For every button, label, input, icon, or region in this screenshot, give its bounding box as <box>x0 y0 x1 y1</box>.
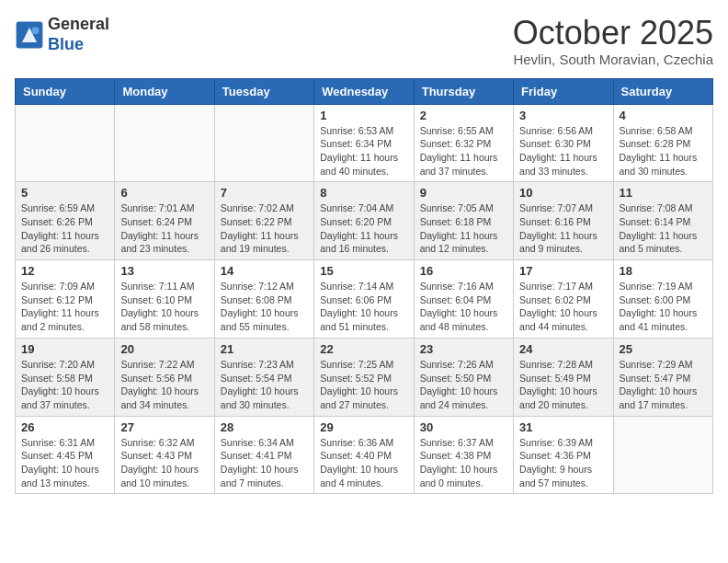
day-info: Sunrise: 6:36 AM Sunset: 4:40 PM Dayligh… <box>320 436 407 490</box>
location-subtitle: Hevlin, South Moravian, Czechia <box>513 52 713 67</box>
day-info: Sunrise: 6:34 AM Sunset: 4:41 PM Dayligh… <box>221 436 308 490</box>
calendar-cell: 21Sunrise: 7:23 AM Sunset: 5:54 PM Dayli… <box>214 338 313 416</box>
column-header-tuesday: Tuesday <box>214 78 313 104</box>
day-number: 17 <box>519 264 607 278</box>
day-info: Sunrise: 7:23 AM Sunset: 5:54 PM Dayligh… <box>221 358 308 412</box>
day-number: 5 <box>21 186 108 200</box>
day-info: Sunrise: 7:16 AM Sunset: 6:04 PM Dayligh… <box>420 280 507 334</box>
column-header-monday: Monday <box>115 78 214 104</box>
day-number: 11 <box>620 186 707 200</box>
day-info: Sunrise: 6:37 AM Sunset: 4:38 PM Dayligh… <box>420 436 507 490</box>
month-title: October 2025 <box>513 15 713 52</box>
day-info: Sunrise: 6:55 AM Sunset: 6:32 PM Dayligh… <box>420 124 507 178</box>
calendar-cell: 23Sunrise: 7:26 AM Sunset: 5:50 PM Dayli… <box>414 338 513 416</box>
day-info: Sunrise: 7:01 AM Sunset: 6:24 PM Dayligh… <box>120 201 208 256</box>
day-info: Sunrise: 7:05 AM Sunset: 6:18 PM Dayligh… <box>420 201 507 256</box>
day-info: Sunrise: 7:19 AM Sunset: 6:00 PM Dayligh… <box>620 280 707 334</box>
calendar-week-row: 5Sunrise: 6:59 AM Sunset: 6:26 PM Daylig… <box>16 182 713 260</box>
day-number: 10 <box>519 186 607 200</box>
calendar-cell: 2Sunrise: 6:55 AM Sunset: 6:32 PM Daylig… <box>414 104 513 182</box>
logo-text: General Blue <box>48 15 109 54</box>
calendar-cell: 5Sunrise: 6:59 AM Sunset: 6:26 PM Daylig… <box>16 182 115 260</box>
calendar-table: SundayMondayTuesdayWednesdayThursdayFrid… <box>15 78 713 495</box>
calendar-cell: 4Sunrise: 6:58 AM Sunset: 6:28 PM Daylig… <box>613 104 712 182</box>
day-info: Sunrise: 6:32 AM Sunset: 4:43 PM Dayligh… <box>120 436 208 490</box>
day-info: Sunrise: 7:22 AM Sunset: 5:56 PM Dayligh… <box>120 358 208 412</box>
day-info: Sunrise: 7:07 AM Sunset: 6:16 PM Dayligh… <box>519 201 607 256</box>
calendar-cell: 30Sunrise: 6:37 AM Sunset: 4:38 PM Dayli… <box>414 416 513 494</box>
day-info: Sunrise: 7:04 AM Sunset: 6:20 PM Dayligh… <box>320 201 407 256</box>
calendar-cell: 17Sunrise: 7:17 AM Sunset: 6:02 PM Dayli… <box>514 260 613 339</box>
day-number: 24 <box>519 342 607 356</box>
calendar-cell: 10Sunrise: 7:07 AM Sunset: 6:16 PM Dayli… <box>514 182 613 260</box>
day-number: 18 <box>620 264 707 278</box>
column-header-friday: Friday <box>514 78 613 104</box>
calendar-week-row: 1Sunrise: 6:53 AM Sunset: 6:34 PM Daylig… <box>16 104 713 182</box>
day-number: 9 <box>420 186 507 200</box>
day-number: 31 <box>519 420 607 434</box>
calendar-cell: 25Sunrise: 7:29 AM Sunset: 5:47 PM Dayli… <box>613 338 712 416</box>
day-info: Sunrise: 7:20 AM Sunset: 5:58 PM Dayligh… <box>21 358 108 412</box>
column-header-thursday: Thursday <box>414 78 513 104</box>
calendar-cell: 13Sunrise: 7:11 AM Sunset: 6:10 PM Dayli… <box>115 260 214 339</box>
day-number: 12 <box>21 264 108 278</box>
day-number: 27 <box>120 420 208 434</box>
day-number: 16 <box>420 264 507 278</box>
day-number: 3 <box>519 109 607 122</box>
day-number: 25 <box>620 342 707 356</box>
day-info: Sunrise: 6:39 AM Sunset: 4:36 PM Dayligh… <box>519 436 607 490</box>
day-number: 1 <box>320 109 407 122</box>
day-info: Sunrise: 7:29 AM Sunset: 5:47 PM Dayligh… <box>620 358 707 412</box>
day-number: 20 <box>120 342 208 356</box>
day-info: Sunrise: 7:17 AM Sunset: 6:02 PM Dayligh… <box>519 280 607 334</box>
column-header-sunday: Sunday <box>16 78 115 104</box>
calendar-cell: 11Sunrise: 7:08 AM Sunset: 6:14 PM Dayli… <box>613 182 712 260</box>
day-info: Sunrise: 6:53 AM Sunset: 6:34 PM Dayligh… <box>320 124 407 178</box>
day-info: Sunrise: 7:28 AM Sunset: 5:49 PM Dayligh… <box>519 358 607 412</box>
calendar-cell: 26Sunrise: 6:31 AM Sunset: 4:45 PM Dayli… <box>16 416 115 494</box>
calendar-cell: 27Sunrise: 6:32 AM Sunset: 4:43 PM Dayli… <box>115 416 214 494</box>
calendar-cell <box>613 416 712 494</box>
calendar-cell <box>115 104 214 182</box>
day-info: Sunrise: 7:11 AM Sunset: 6:10 PM Dayligh… <box>120 280 208 334</box>
day-number: 23 <box>420 342 507 356</box>
day-number: 7 <box>221 186 308 200</box>
day-number: 19 <box>21 342 108 356</box>
day-info: Sunrise: 7:08 AM Sunset: 6:14 PM Dayligh… <box>620 201 707 256</box>
day-info: Sunrise: 7:09 AM Sunset: 6:12 PM Dayligh… <box>21 280 108 334</box>
calendar-cell: 29Sunrise: 6:36 AM Sunset: 4:40 PM Dayli… <box>314 416 414 494</box>
day-number: 15 <box>320 264 407 278</box>
calendar-cell: 9Sunrise: 7:05 AM Sunset: 6:18 PM Daylig… <box>414 182 513 260</box>
calendar-cell: 15Sunrise: 7:14 AM Sunset: 6:06 PM Dayli… <box>314 260 414 339</box>
calendar-cell: 22Sunrise: 7:25 AM Sunset: 5:52 PM Dayli… <box>314 338 414 416</box>
calendar-header-row: SundayMondayTuesdayWednesdayThursdayFrid… <box>16 78 713 104</box>
calendar-cell: 8Sunrise: 7:04 AM Sunset: 6:20 PM Daylig… <box>314 182 414 260</box>
day-number: 14 <box>221 264 308 278</box>
day-info: Sunrise: 6:56 AM Sunset: 6:30 PM Dayligh… <box>519 124 607 178</box>
calendar-cell: 31Sunrise: 6:39 AM Sunset: 4:36 PM Dayli… <box>514 416 613 494</box>
calendar-week-row: 26Sunrise: 6:31 AM Sunset: 4:45 PM Dayli… <box>16 416 713 494</box>
calendar-cell: 1Sunrise: 6:53 AM Sunset: 6:34 PM Daylig… <box>314 104 414 182</box>
logo: General Blue <box>15 15 109 54</box>
day-number: 28 <box>221 420 308 434</box>
day-number: 21 <box>221 342 308 356</box>
calendar-cell: 14Sunrise: 7:12 AM Sunset: 6:08 PM Dayli… <box>214 260 313 339</box>
calendar-cell: 28Sunrise: 6:34 AM Sunset: 4:41 PM Dayli… <box>214 416 313 494</box>
calendar-cell: 12Sunrise: 7:09 AM Sunset: 6:12 PM Dayli… <box>16 260 115 339</box>
day-info: Sunrise: 7:14 AM Sunset: 6:06 PM Dayligh… <box>320 280 407 334</box>
day-number: 30 <box>420 420 507 434</box>
logo-icon <box>15 20 44 50</box>
calendar-cell: 20Sunrise: 7:22 AM Sunset: 5:56 PM Dayli… <box>115 338 214 416</box>
day-info: Sunrise: 7:26 AM Sunset: 5:50 PM Dayligh… <box>420 358 507 412</box>
calendar-cell: 7Sunrise: 7:02 AM Sunset: 6:22 PM Daylig… <box>214 182 313 260</box>
day-number: 4 <box>620 109 707 122</box>
calendar-week-row: 12Sunrise: 7:09 AM Sunset: 6:12 PM Dayli… <box>16 260 713 339</box>
calendar-cell: 3Sunrise: 6:56 AM Sunset: 6:30 PM Daylig… <box>514 104 613 182</box>
calendar-cell: 6Sunrise: 7:01 AM Sunset: 6:24 PM Daylig… <box>115 182 214 260</box>
day-number: 29 <box>320 420 407 434</box>
svg-point-2 <box>31 27 39 34</box>
column-header-wednesday: Wednesday <box>314 78 414 104</box>
calendar-cell: 19Sunrise: 7:20 AM Sunset: 5:58 PM Dayli… <box>16 338 115 416</box>
day-number: 26 <box>21 420 108 434</box>
day-info: Sunrise: 6:31 AM Sunset: 4:45 PM Dayligh… <box>21 436 108 490</box>
